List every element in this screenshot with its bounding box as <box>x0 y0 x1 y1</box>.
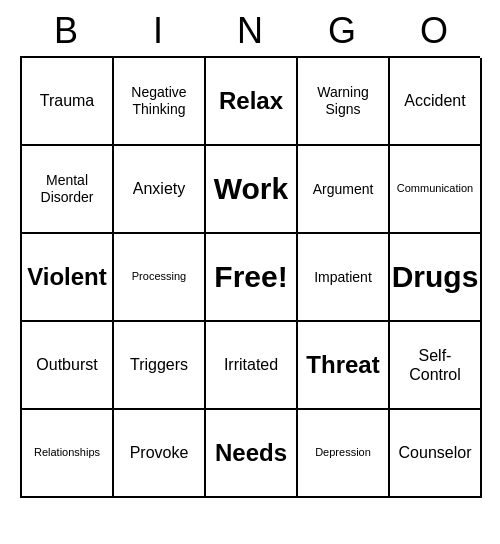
bingo-cell-23: Depression <box>298 410 390 498</box>
bingo-letter-i: I <box>114 10 202 52</box>
bingo-cell-21: Provoke <box>114 410 206 498</box>
bingo-cell-5: Mental Disorder <box>22 146 114 234</box>
bingo-cell-18: Threat <box>298 322 390 410</box>
bingo-cell-3: Warning Signs <box>298 58 390 146</box>
bingo-cell-6: Anxiety <box>114 146 206 234</box>
bingo-cell-19: Self-Control <box>390 322 482 410</box>
bingo-letter-o: O <box>390 10 478 52</box>
bingo-grid: TraumaNegative ThinkingRelaxWarning Sign… <box>20 56 480 498</box>
bingo-cell-1: Negative Thinking <box>114 58 206 146</box>
bingo-cell-13: Impatient <box>298 234 390 322</box>
bingo-letter-n: N <box>206 10 294 52</box>
bingo-cell-24: Counselor <box>390 410 482 498</box>
bingo-letter-g: G <box>298 10 386 52</box>
bingo-cell-15: Outburst <box>22 322 114 410</box>
bingo-cell-16: Triggers <box>114 322 206 410</box>
bingo-letter-b: B <box>22 10 110 52</box>
bingo-cell-11: Processing <box>114 234 206 322</box>
bingo-cell-7: Work <box>206 146 298 234</box>
bingo-cell-10: Violent <box>22 234 114 322</box>
bingo-cell-8: Argument <box>298 146 390 234</box>
bingo-cell-2: Relax <box>206 58 298 146</box>
bingo-cell-9: Communication <box>390 146 482 234</box>
bingo-cell-0: Trauma <box>22 58 114 146</box>
bingo-cell-22: Needs <box>206 410 298 498</box>
bingo-title: BINGO <box>20 10 480 52</box>
bingo-cell-17: Irritated <box>206 322 298 410</box>
bingo-cell-4: Accident <box>390 58 482 146</box>
bingo-cell-14: Drugs <box>390 234 482 322</box>
bingo-cell-12: Free! <box>206 234 298 322</box>
bingo-cell-20: Relationships <box>22 410 114 498</box>
